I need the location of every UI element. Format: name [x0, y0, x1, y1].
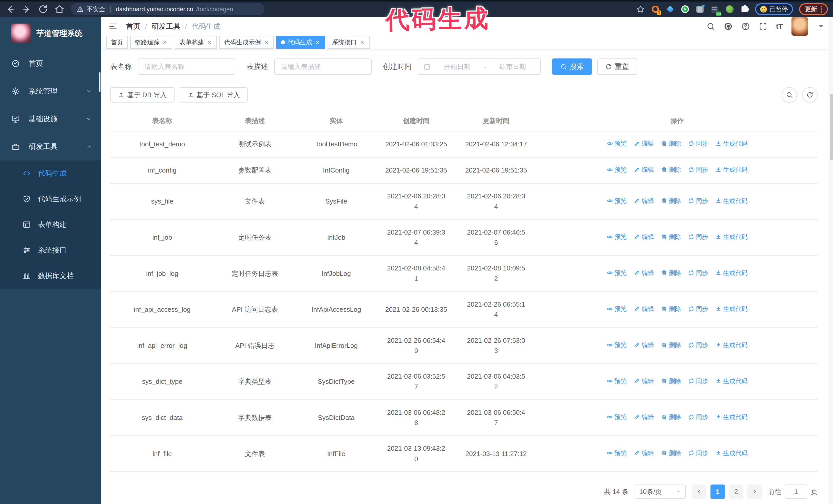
- preview-link[interactable]: 预览: [607, 304, 627, 314]
- extension-orange-ring-icon[interactable]: 1: [651, 5, 660, 14]
- page-button-2[interactable]: 2: [729, 484, 743, 499]
- extension-monkey-icon[interactable]: [725, 5, 734, 14]
- sync-link[interactable]: 同步: [688, 139, 708, 148]
- search-icon[interactable]: [706, 22, 715, 31]
- preview-link[interactable]: 预览: [607, 196, 627, 206]
- sidebar-subitem-codegen-demo[interactable]: 代码生成示例: [0, 186, 101, 212]
- address-bar[interactable]: 不安全 dashboard.yudao.iocoder.cn/tool/code…: [71, 3, 264, 16]
- extension-columns-icon[interactable]: [696, 5, 704, 14]
- preview-link[interactable]: 预览: [607, 268, 627, 278]
- preview-link[interactable]: 预览: [607, 139, 627, 148]
- tag-form-builder[interactable]: 表单构建: [175, 36, 217, 49]
- sync-link[interactable]: 同步: [688, 268, 708, 278]
- sidebar-subitem-api[interactable]: 系统接口: [0, 237, 101, 263]
- generate-code-link[interactable]: 生成代码: [715, 412, 748, 422]
- table-desc-input[interactable]: [274, 58, 372, 75]
- edit-link[interactable]: 编辑: [634, 139, 654, 148]
- breadcrumb-item[interactable]: 研发工具: [152, 22, 181, 31]
- help-icon[interactable]: [741, 22, 750, 31]
- edit-link[interactable]: 编辑: [634, 232, 654, 241]
- preview-link[interactable]: 预览: [607, 232, 627, 241]
- preview-link[interactable]: 预览: [607, 412, 627, 422]
- sidebar-logo-row[interactable]: 芋道管理系统: [0, 17, 101, 50]
- generate-code-link[interactable]: 生成代码: [715, 268, 748, 278]
- edit-link[interactable]: 编辑: [634, 304, 654, 314]
- font-size-icon[interactable]: tT: [776, 22, 783, 30]
- browser-home-icon[interactable]: [54, 4, 65, 14]
- browser-back-icon[interactable]: [5, 4, 15, 14]
- sidebar-item-infra[interactable]: 基础设施: [0, 105, 101, 133]
- sync-link[interactable]: 同步: [688, 196, 708, 206]
- edit-link[interactable]: 编辑: [634, 196, 654, 206]
- refresh-table-button[interactable]: [802, 87, 818, 102]
- delete-link[interactable]: 删除: [661, 376, 681, 386]
- bookmark-star-icon[interactable]: [636, 5, 645, 14]
- edit-link[interactable]: 编辑: [634, 412, 654, 422]
- sync-link[interactable]: 同步: [688, 165, 708, 174]
- browser-reload-icon[interactable]: [38, 4, 48, 14]
- sidebar-subitem-codegen[interactable]: 代码生成: [0, 161, 101, 186]
- delete-link[interactable]: 删除: [661, 165, 681, 174]
- tag-codegen[interactable]: 代码生成: [276, 36, 325, 49]
- github-icon[interactable]: [724, 22, 733, 31]
- delete-link[interactable]: 删除: [661, 340, 681, 350]
- user-avatar[interactable]: [791, 17, 808, 35]
- tag-codegen-demo[interactable]: 代码生成示例: [219, 36, 274, 49]
- generate-code-link[interactable]: 生成代码: [715, 232, 748, 241]
- sync-link[interactable]: 同步: [688, 340, 708, 350]
- sidebar-subitem-db-doc[interactable]: 数据库文档: [0, 263, 101, 289]
- extension-on-switch-icon[interactable]: on: [711, 5, 719, 14]
- table-name-input[interactable]: [138, 58, 235, 75]
- edit-link[interactable]: 编辑: [634, 165, 654, 174]
- edit-link[interactable]: 编辑: [634, 376, 654, 386]
- import-db-button[interactable]: 基于 DB 导入: [110, 87, 174, 102]
- generate-code-link[interactable]: 生成代码: [715, 448, 748, 458]
- generate-code-link[interactable]: 生成代码: [715, 376, 748, 386]
- scrollbar-thumb[interactable]: [830, 94, 833, 161]
- sync-link[interactable]: 同步: [688, 304, 708, 314]
- generate-code-link[interactable]: 生成代码: [715, 340, 748, 350]
- generate-code-link[interactable]: 生成代码: [715, 304, 748, 314]
- delete-link[interactable]: 删除: [661, 196, 681, 206]
- browser-update-button[interactable]: 更新: [799, 3, 828, 15]
- edit-link[interactable]: 编辑: [634, 340, 654, 350]
- avatar-caret-icon[interactable]: [816, 22, 825, 31]
- delete-link[interactable]: 删除: [661, 232, 681, 241]
- delete-link[interactable]: 删除: [661, 304, 681, 314]
- extension-green-v-icon[interactable]: V: [681, 5, 689, 14]
- browser-forward-icon[interactable]: [22, 4, 32, 14]
- delete-link[interactable]: 删除: [661, 268, 681, 278]
- sync-link[interactable]: 同步: [688, 376, 708, 386]
- sync-link[interactable]: 同步: [688, 448, 708, 458]
- extension-gem-icon[interactable]: [666, 5, 674, 14]
- preview-link[interactable]: 预览: [607, 340, 627, 350]
- search-button[interactable]: 搜索: [552, 58, 592, 75]
- tag-home[interactable]: 首页: [106, 36, 128, 49]
- delete-link[interactable]: 删除: [661, 412, 681, 422]
- preview-link[interactable]: 预览: [607, 376, 627, 386]
- sync-link[interactable]: 同步: [688, 232, 708, 241]
- sidebar-collapse-icon[interactable]: [108, 22, 118, 31]
- toggle-search-button[interactable]: [782, 87, 797, 102]
- goto-page-input[interactable]: [785, 484, 807, 499]
- extensions-puzzle-icon[interactable]: [740, 5, 749, 14]
- sync-link[interactable]: 同步: [688, 412, 708, 422]
- browser-menu-icon[interactable]: [821, 6, 822, 13]
- tag-api[interactable]: 系统接口: [328, 36, 370, 49]
- edit-link[interactable]: 编辑: [634, 448, 654, 458]
- delete-link[interactable]: 删除: [661, 139, 681, 148]
- sidebar-item-devtools[interactable]: 研发工具: [0, 133, 101, 161]
- generate-code-link[interactable]: 生成代码: [715, 139, 748, 148]
- next-page-button[interactable]: [747, 484, 762, 499]
- sidebar-item-system[interactable]: 系统管理: [0, 77, 101, 105]
- fullscreen-icon[interactable]: [759, 22, 767, 31]
- prev-page-button[interactable]: [692, 484, 706, 499]
- sidebar-item-home[interactable]: 首页: [0, 50, 101, 77]
- date-range-picker[interactable]: 开始日期 - 结束日期: [418, 58, 541, 75]
- breadcrumb-item[interactable]: 首页: [126, 22, 140, 31]
- edit-link[interactable]: 编辑: [634, 268, 654, 278]
- generate-code-link[interactable]: 生成代码: [715, 165, 748, 174]
- preview-link[interactable]: 预览: [607, 165, 627, 174]
- sidebar-subitem-form-builder[interactable]: 表单构建: [0, 212, 101, 237]
- import-sql-button[interactable]: 基于 SQL 导入: [180, 87, 248, 102]
